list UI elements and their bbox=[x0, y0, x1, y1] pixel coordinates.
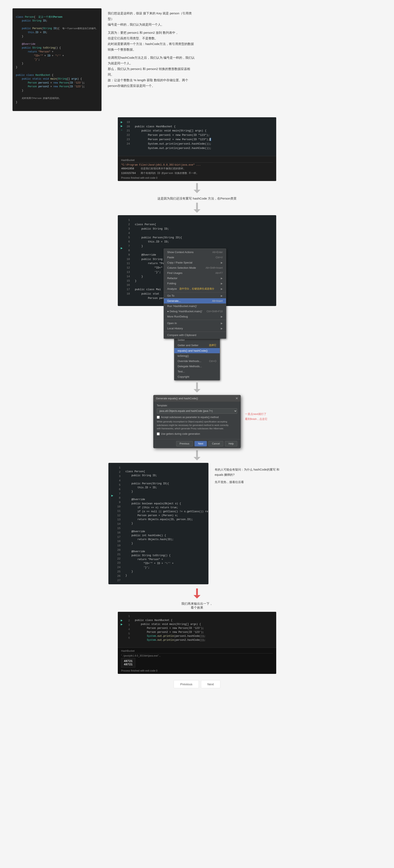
ctx-paste[interactable]: Paste Ctrl+V bbox=[164, 255, 226, 260]
dialog-previous-button[interactable]: Previous bbox=[176, 441, 193, 446]
section2-annotation: 这是因为我们还没有重写 hashCode 方法，在Person类里 bbox=[0, 197, 394, 200]
ctx-run[interactable]: Run 'HashBucket.main()' bbox=[164, 304, 226, 309]
generate-equals-dialog: Generate equals() and hashCode() ✕ Templ… bbox=[153, 395, 241, 448]
dialog-cancel-button[interactable]: Cancel bbox=[208, 441, 223, 446]
svg-rect-8 bbox=[196, 451, 198, 457]
ctx-refactor[interactable]: Refactor ▶ bbox=[164, 276, 226, 281]
bottom-navigation: Previous Next bbox=[0, 680, 394, 688]
section7-output: HashBucket "..\java\jdk1.8.0_301\bin\jav… bbox=[118, 648, 276, 674]
gen-copyright[interactable]: Copyright bbox=[174, 374, 220, 379]
output-panel-section2: HashBucket "C:\Program Files\Java\jdk1.8… bbox=[118, 156, 276, 181]
ctx-column-selection[interactable]: Column Selection Mode Alt+Shift+Insert bbox=[164, 265, 226, 270]
page-container: class Person{ 定义一个类叫Person public String… bbox=[0, 0, 394, 696]
dialog-help-button[interactable]: Help bbox=[225, 441, 237, 446]
ctx-generate[interactable]: Generate... Alt+Insert bbox=[164, 298, 226, 304]
dialog-checkbox-getters[interactable] bbox=[157, 432, 160, 435]
section7-output-path: "..\java\jdk1.8.0_301\bin\java.exe"... bbox=[121, 654, 273, 657]
section2: ▶▶○ 192021222324 public class HashBucket… bbox=[0, 117, 394, 181]
ctx-goto[interactable]: Go To ▶ bbox=[164, 293, 226, 298]
dialog-description: While generally incompliant to Object.eq… bbox=[157, 420, 237, 430]
svg-marker-1 bbox=[193, 190, 200, 193]
ctx-find-usages[interactable]: Find Usages Alt+F7 bbox=[164, 270, 226, 276]
output-header: HashBucket bbox=[121, 158, 273, 163]
svg-marker-11 bbox=[193, 595, 200, 599]
svg-rect-0 bbox=[196, 183, 198, 190]
ctx-sep2 bbox=[164, 320, 226, 320]
ctx-debug[interactable]: ● Debug 'HashBucket.main()' Ctrl+Shift+F… bbox=[164, 309, 226, 314]
gen-tostring[interactable]: toString() bbox=[174, 353, 220, 359]
svg-rect-6 bbox=[196, 382, 198, 389]
arrow2 bbox=[0, 203, 394, 213]
dialog-close-button[interactable]: ✕ bbox=[235, 396, 238, 400]
gen-override-methods[interactable]: Override Methods... Ctrl+O bbox=[174, 359, 220, 364]
section6: ▶ 12345678910111213141516171819202122232… bbox=[0, 463, 394, 585]
next-button[interactable]: Next bbox=[201, 680, 220, 688]
arrow4 bbox=[0, 382, 394, 393]
section6-annotation: 有的人可能会有疑问：为什么 hashCode的重写 和 equals 捆绑的? … bbox=[215, 463, 286, 585]
svg-marker-7 bbox=[193, 389, 200, 393]
arrow6 bbox=[192, 588, 202, 599]
dialog-template-label: Template: bbox=[157, 404, 237, 407]
section5: Generate equals() and hashCode() ✕ Templ… bbox=[0, 395, 394, 448]
section7: ▶▶ 123456 public class HashBucket { publ… bbox=[0, 612, 394, 674]
output-exit: Process finished with exit code 0 bbox=[121, 177, 273, 179]
svg-marker-3 bbox=[193, 209, 200, 213]
section7-output-header: HashBucket bbox=[121, 650, 273, 653]
svg-rect-2 bbox=[196, 203, 198, 209]
dialog-checkbox2-row: Use getters during code generation bbox=[157, 432, 237, 435]
dialog-next-button[interactable]: Next bbox=[195, 441, 207, 446]
previous-button[interactable]: Previous bbox=[174, 680, 199, 688]
ide-window-section7: ▶▶ 123456 public class HashBucket { publ… bbox=[118, 612, 276, 674]
section7-annotation: 我们再来输出出一下，看个效果 bbox=[181, 602, 213, 610]
section7-output-values: 48721 48721 bbox=[121, 658, 135, 668]
section7-exit: Process finished with exit code 0 bbox=[121, 669, 273, 672]
dialog-annotation: 一直点next就行了看到finish，点击它 bbox=[245, 412, 299, 422]
code-block-section1: class Person{ 定义一个类叫Person public String… bbox=[12, 8, 102, 111]
gen-delegate-methods[interactable]: Delegate Methods... bbox=[174, 364, 220, 369]
ctx-analyze[interactable]: Analyze 选中空白，右键选择生成选项分 ▶ bbox=[164, 286, 226, 291]
ctx-open-in[interactable]: Open In ▶ bbox=[164, 320, 226, 326]
ide-window-section6: ▶ 12345678910111213141516171819202122232… bbox=[108, 463, 208, 585]
ctx-local-history[interactable]: Local History ▶ bbox=[164, 326, 226, 331]
ctx-compare-clipboard[interactable]: Compare with Clipboard bbox=[164, 333, 226, 338]
ctx-more-run[interactable]: More Run/Debug ▶ bbox=[164, 314, 226, 319]
dialog-checkbox-subclass[interactable] bbox=[157, 416, 160, 419]
svg-rect-10 bbox=[196, 588, 198, 595]
ctx-sep1 bbox=[164, 292, 226, 292]
dialog-checkbox2-label: Use getters during code generation bbox=[161, 432, 200, 435]
ctx-copy-paste-special[interactable]: Copy / Paste Special ▶ bbox=[164, 260, 226, 265]
output-path: "C:\Program Files\Java\jdk1.8.0_301\bin\… bbox=[121, 163, 273, 166]
gen-getter-setter[interactable]: Getter and Setter 选择它 bbox=[174, 342, 220, 348]
gen-equals-hashcode[interactable]: equals() and hashCode() bbox=[174, 348, 220, 353]
context-menu: Show Context Actions Alt+Enter Paste Ctr… bbox=[164, 249, 226, 339]
section1: class Person{ 定义一个类叫Person public String… bbox=[0, 4, 394, 115]
section7-pre: 我们再来输出出一下，看个效果 bbox=[0, 586, 394, 610]
output-text: 46041958 但是我们发现结果并不像我们想的那样。 116315784 两个… bbox=[121, 166, 273, 176]
section3: ▶ 123456789101112131415161718 class Pers… bbox=[0, 215, 394, 306]
dialog-footer: Previous Next Cancel Help bbox=[153, 439, 241, 448]
dialog-title: Generate equals() and hashCode() bbox=[156, 397, 198, 400]
arrow1 bbox=[0, 183, 394, 193]
arrow5 bbox=[0, 451, 394, 461]
ide-window-section2: ▶▶○ 192021222324 public class HashBucket… bbox=[118, 117, 276, 181]
svg-marker-9 bbox=[193, 457, 200, 461]
section1-annotation: 我们想这是这样的，假设 接下来的 Key 就是 person（引用类型）编号是一… bbox=[108, 8, 195, 91]
dialog-template-select[interactable]: java.util.Objects.equals and hashCode (j… bbox=[157, 408, 237, 414]
ctx-sep3 bbox=[164, 332, 226, 332]
dialog-titlebar: Generate equals() and hashCode() ✕ bbox=[153, 395, 241, 402]
dialog-body: Template: java.util.Objects.equals and h… bbox=[153, 402, 241, 439]
ctx-show-context-actions[interactable]: Show Context Actions Alt+Enter bbox=[164, 250, 226, 255]
gen-test[interactable]: Test... bbox=[174, 369, 220, 374]
dialog-checkbox1-label: Accept subclasses as parameter to equals… bbox=[161, 416, 219, 419]
dialog-checkbox1-row: Accept subclasses as parameter to equals… bbox=[157, 416, 237, 419]
ide-with-context-menu: ▶ 123456789101112131415161718 class Pers… bbox=[118, 215, 276, 306]
ctx-folding[interactable]: Folding ▶ bbox=[164, 281, 226, 286]
